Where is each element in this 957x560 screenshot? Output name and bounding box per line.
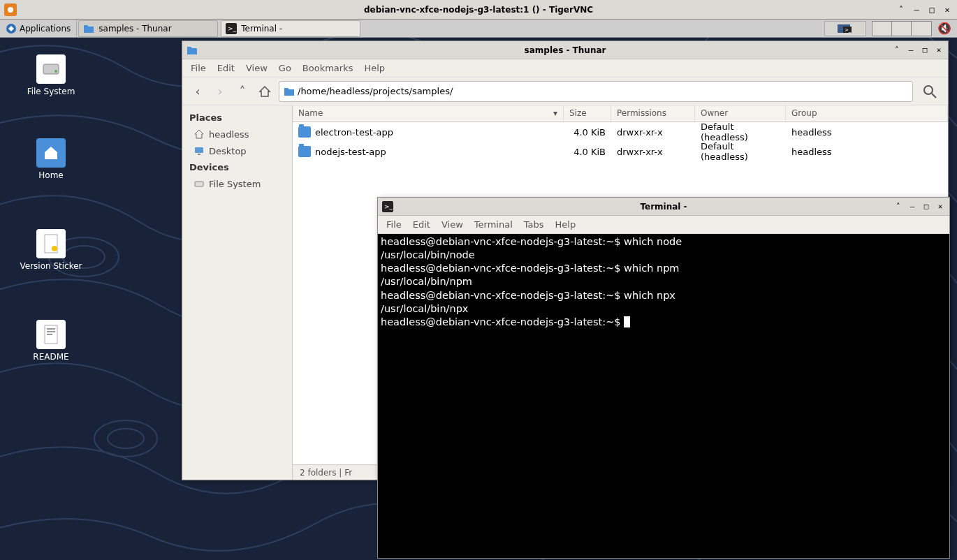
vnc-maximize-icon[interactable]: □ [926,4,937,15]
sidebar-section-places: Places [182,110,292,126]
svg-rect-25 [195,182,203,186]
sort-descending-icon: ▾ [553,108,557,119]
menu-file[interactable]: File [386,219,402,230]
tray-applet[interactable]: >_ [824,21,866,36]
thunar-titlebar[interactable]: samples - Thunar ˄ – □ ✕ [182,41,948,59]
applications-menu-label: Applications [20,24,71,34]
folder-row[interactable]: electron-test-app 4.0 KiB drwxr-xr-x Def… [293,122,948,142]
menu-view[interactable]: View [246,63,268,73]
terminal-titlebar[interactable]: >_ Terminal - ˄ – □ ✕ [378,198,949,216]
svg-rect-23 [195,147,203,153]
file-group: headless [786,147,838,157]
vnc-close-icon[interactable]: ✕ [942,4,953,15]
window-minimize-icon[interactable]: – [906,45,916,55]
desktop-icon-home[interactable]: Home [20,138,82,180]
menu-go[interactable]: Go [279,63,291,73]
folder-icon [298,146,311,157]
vnc-roll-up-icon[interactable]: ˄ [896,4,907,15]
svg-rect-13 [43,64,59,74]
desktop-icon-filesystem[interactable]: File System [20,54,82,96]
file-owner: Default (headless) [695,141,786,162]
desktop-icon-label: File System [27,87,75,96]
taskbar-item-thunar[interactable]: samples - Thunar [78,20,218,37]
column-header-permissions[interactable]: Permissions [611,105,695,121]
applications-menu-button[interactable]: Applications [0,20,77,37]
column-header-name[interactable]: Name▾ [293,105,564,121]
terminal-line: headless@debian-vnc-xfce-nodejs-g3-lates… [381,263,679,274]
file-name: electron-test-app [315,127,393,138]
menu-bookmarks[interactable]: Bookmarks [302,63,353,73]
taskbar-item-label: samples - Thunar [98,24,171,34]
svg-text:>_: >_ [384,203,393,210]
taskbar-item-terminal[interactable]: >_ Terminal - [221,20,360,37]
home-folder-icon [36,138,66,168]
document-icon [36,320,66,349]
taskbar: Applications samples - Thunar >_ Termina… [0,20,957,38]
window-maximize-icon[interactable]: □ [920,45,930,55]
menu-tabs[interactable]: Tabs [524,219,544,230]
menu-terminal[interactable]: Terminal [474,219,513,230]
window-roll-up-icon[interactable]: ˄ [893,202,903,212]
vnc-window-title: debian-vnc-xfce-nodejs-g3-latest:1 () - … [364,5,593,15]
window-close-icon[interactable]: ✕ [934,45,944,55]
workspace-1[interactable] [872,22,892,36]
menu-help[interactable]: Help [555,219,576,230]
drive-icon [36,54,66,84]
menu-file[interactable]: File [191,63,206,73]
menu-view[interactable]: View [441,219,463,230]
window-roll-up-icon[interactable]: ˄ [892,45,902,55]
svg-point-16 [52,246,57,251]
column-header-group[interactable]: Group [786,105,948,121]
file-size: 4.0 KiB [564,127,611,138]
drive-icon [193,178,205,189]
nav-up-icon[interactable]: ˄ [234,83,251,100]
window-close-icon[interactable]: ✕ [935,202,945,212]
file-group: headless [786,127,838,138]
vnc-minimize-icon[interactable]: – [911,4,922,15]
desktop-icon-version-sticker[interactable]: Version Sticker [20,229,82,271]
terminal-output[interactable]: headless@debian-vnc-xfce-nodejs-g3-lates… [378,234,949,558]
workspace-2[interactable] [892,22,912,36]
svg-line-22 [932,94,936,98]
column-header-size[interactable]: Size [564,105,611,121]
thunar-column-headers: Name▾ Size Permissions Owner Group [293,105,948,122]
system-tray: >_ 🔇 [824,21,957,36]
path-text: /home/headless/projects/samples/ [298,86,453,96]
terminal-line: headless@debian-vnc-xfce-nodejs-g3-lates… [381,290,675,301]
svg-text:>_: >_ [845,27,852,33]
search-icon[interactable] [919,80,941,103]
nav-back-icon[interactable]: ‹ [189,83,206,100]
svg-rect-20 [47,334,52,335]
menu-help[interactable]: Help [364,63,385,73]
folder-icon [83,23,94,34]
sidebar-item-headless[interactable]: headless [182,126,292,142]
thunar-toolbar: ‹ › ˄ /home/headless/projects/samples/ [182,78,948,105]
desktop-icon-readme[interactable]: README [20,320,82,362]
workspace-switcher[interactable] [872,21,932,36]
home-icon [193,128,205,140]
folder-row[interactable]: nodejs-test-app 4.0 KiB drwxr-xr-x Defau… [293,142,948,161]
menu-edit[interactable]: Edit [217,63,235,73]
file-owner: Default (headless) [695,121,786,142]
menu-edit[interactable]: Edit [413,219,430,230]
volume-muted-icon[interactable]: 🔇 [937,22,951,35]
thunar-window-title: samples - Thunar [525,45,606,55]
sidebar-section-devices: Devices [182,159,292,175]
desktop-icon-label: Home [38,170,63,180]
workspace-3[interactable] [912,22,931,36]
folder-icon [298,126,311,138]
svg-point-21 [924,86,933,94]
sidebar-item-desktop[interactable]: Desktop [182,142,292,159]
window-maximize-icon[interactable]: □ [921,202,931,212]
terminal-icon: >_ [382,201,393,212]
desktop-icon-label: Version Sticker [20,261,82,271]
terminal-cursor [624,316,630,327]
terminal-line: headless@debian-vnc-xfce-nodejs-g3-lates… [381,236,682,247]
path-input[interactable]: /home/headless/projects/samples/ [279,81,913,102]
column-header-owner[interactable]: Owner [695,105,786,121]
sidebar-item-filesystem[interactable]: File System [182,175,292,192]
window-minimize-icon[interactable]: – [907,202,917,212]
nav-forward-icon[interactable]: › [212,83,228,100]
nav-home-icon[interactable] [256,83,273,100]
terminal-window-title: Terminal - [640,202,687,212]
